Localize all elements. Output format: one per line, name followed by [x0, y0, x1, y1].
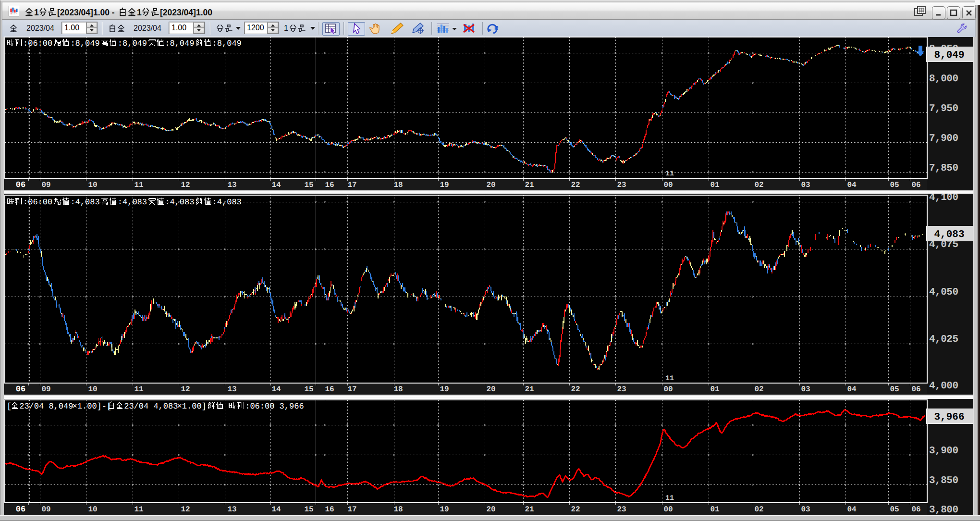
- svg-text:18: 18: [393, 385, 403, 394]
- svg-text::8,049: :8,049: [165, 39, 194, 49]
- svg-text:14: 14: [271, 505, 281, 514]
- svg-text:06: 06: [16, 181, 25, 190]
- svg-text:22: 22: [571, 385, 580, 394]
- svg-text:21: 21: [525, 385, 534, 394]
- svg-text:00: 00: [663, 505, 673, 514]
- svg-text:09: 09: [41, 505, 50, 514]
- svg-text:01: 01: [710, 181, 719, 189]
- svg-text:13: 13: [227, 181, 236, 189]
- svg-text:23: 23: [617, 385, 626, 394]
- svg-text:7,850: 7,850: [929, 163, 958, 174]
- svg-text:06: 06: [911, 385, 920, 394]
- svg-text:4,025: 4,025: [929, 334, 958, 345]
- svg-text:16: 16: [325, 385, 334, 394]
- svg-text:4,000: 4,000: [929, 381, 958, 392]
- svg-text::4,083: :4,083: [118, 198, 147, 207]
- svg-text:16: 16: [325, 505, 334, 514]
- svg-text:17: 17: [347, 505, 356, 514]
- svg-text:8,000: 8,000: [929, 74, 958, 85]
- svg-text:10: 10: [88, 505, 97, 514]
- svg-text:06: 06: [911, 505, 920, 514]
- svg-text:20: 20: [486, 385, 495, 394]
- svg-text:12: 12: [181, 181, 190, 189]
- svg-text:4,050: 4,050: [929, 287, 958, 298]
- svg-text:22: 22: [571, 505, 580, 514]
- svg-text:11: 11: [134, 181, 143, 189]
- svg-text:04: 04: [847, 505, 857, 514]
- svg-text:15: 15: [304, 385, 313, 394]
- svg-text:02: 02: [754, 505, 763, 514]
- svg-text:18: 18: [393, 181, 403, 189]
- svg-text:01: 01: [710, 505, 719, 514]
- svg-text:23: 23: [617, 181, 626, 189]
- svg-text:17: 17: [347, 181, 356, 189]
- svg-text:05: 05: [890, 181, 899, 189]
- svg-text::8,049: :8,049: [70, 39, 99, 49]
- svg-text:04: 04: [847, 385, 857, 394]
- svg-text:02: 02: [754, 181, 763, 189]
- svg-text:3,850: 3,850: [929, 475, 958, 486]
- svg-text:12: 12: [181, 385, 190, 394]
- svg-text:13: 13: [227, 385, 236, 394]
- svg-text:3,966: 3,966: [934, 412, 964, 423]
- svg-text:14: 14: [271, 181, 281, 189]
- svg-text:16: 16: [325, 181, 334, 189]
- svg-text:21: 21: [525, 505, 534, 514]
- svg-text:15: 15: [304, 181, 313, 189]
- svg-text:19: 19: [440, 385, 449, 394]
- svg-text:19: 19: [440, 505, 449, 514]
- svg-text:13: 13: [227, 505, 236, 514]
- svg-text:23: 23: [617, 505, 626, 514]
- svg-text:10: 10: [88, 385, 97, 394]
- svg-text:09: 09: [41, 181, 50, 189]
- svg-text:23/04 8,049: 23/04 8,049: [19, 402, 73, 411]
- svg-text:18: 18: [393, 505, 403, 514]
- svg-text:06: 06: [911, 181, 920, 189]
- svg-text:04: 04: [847, 181, 857, 189]
- svg-text:22: 22: [571, 181, 580, 189]
- svg-text::8,049: :8,049: [212, 39, 242, 49]
- svg-text:15: 15: [304, 505, 313, 514]
- svg-text:11: 11: [134, 505, 143, 514]
- svg-text::4,083: :4,083: [212, 198, 242, 207]
- svg-text:19: 19: [440, 181, 449, 189]
- svg-text:14: 14: [271, 385, 281, 394]
- svg-text:00: 00: [663, 385, 673, 394]
- svg-text:11: 11: [134, 385, 143, 394]
- svg-text:4,083: 4,083: [934, 229, 964, 240]
- svg-text::4,083: :4,083: [70, 198, 99, 207]
- svg-text::06:00: :06:00: [23, 198, 52, 207]
- svg-text:20: 20: [486, 181, 495, 189]
- svg-text:11: 11: [665, 374, 674, 383]
- svg-text:05: 05: [890, 385, 899, 394]
- svg-text:10: 10: [88, 181, 97, 189]
- svg-text:21: 21: [525, 181, 534, 189]
- svg-text:01: 01: [710, 385, 719, 394]
- svg-text:11: 11: [665, 170, 674, 178]
- svg-text:06: 06: [16, 505, 25, 514]
- svg-text:12: 12: [181, 505, 190, 514]
- svg-text:3,800: 3,800: [929, 505, 958, 516]
- svg-text:20: 20: [486, 505, 495, 514]
- svg-text:7,900: 7,900: [929, 133, 958, 144]
- svg-text:03: 03: [801, 505, 810, 514]
- svg-text:03: 03: [801, 181, 810, 189]
- svg-text:05: 05: [890, 505, 899, 514]
- svg-text::8,049: :8,049: [118, 39, 147, 49]
- svg-text:4,100: 4,100: [929, 192, 958, 203]
- svg-text:3,900: 3,900: [929, 446, 958, 457]
- svg-text:00: 00: [663, 181, 673, 189]
- svg-text:09: 09: [41, 385, 50, 394]
- svg-text:23/04 4,083: 23/04 4,083: [124, 402, 178, 411]
- svg-text:02: 02: [754, 385, 763, 394]
- svg-text:06: 06: [16, 385, 25, 394]
- svg-text::06:00: :06:00: [23, 39, 52, 49]
- svg-text:03: 03: [801, 385, 810, 394]
- svg-text:8,049: 8,049: [934, 50, 964, 61]
- svg-text:7,950: 7,950: [929, 103, 958, 114]
- svg-text:[: [: [7, 402, 12, 411]
- svg-text:17: 17: [347, 385, 356, 394]
- svg-text:×1.00]: ×1.00]: [177, 402, 207, 411]
- svg-text:×1.00]-[: ×1.00]-[: [73, 402, 112, 411]
- svg-text::06:00 3,966: :06:00 3,966: [245, 402, 304, 411]
